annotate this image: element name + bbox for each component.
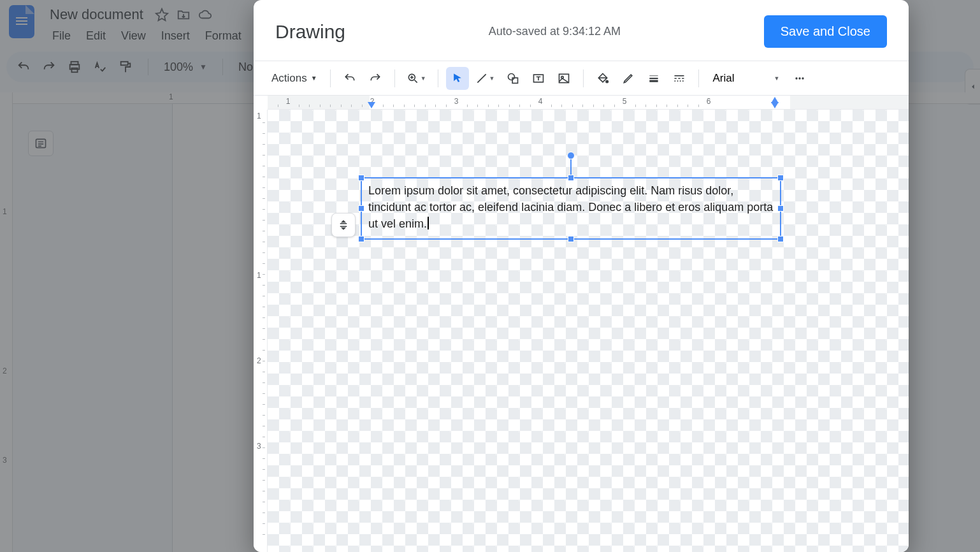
autosave-status: Auto-saved at 9:34:12 AM bbox=[489, 25, 621, 38]
border-weight-icon[interactable] bbox=[642, 67, 665, 90]
svg-point-11 bbox=[606, 80, 608, 82]
ruler-number: 1 bbox=[257, 271, 261, 280]
resize-handle-tm[interactable] bbox=[568, 175, 574, 181]
border-color-icon[interactable] bbox=[617, 67, 640, 90]
drawing-canvas[interactable]: Lorem ipsum dolor sit amet, consectetur … bbox=[268, 110, 909, 552]
resize-handle-mr[interactable] bbox=[777, 205, 784, 212]
zoom-icon[interactable]: ▼ bbox=[403, 67, 430, 90]
svg-point-14 bbox=[802, 77, 804, 79]
actions-menu[interactable]: Actions▼ bbox=[266, 67, 322, 90]
ruler-number: 4 bbox=[538, 97, 543, 106]
drawing-toolbar: Actions▼ ▼ ▼ Arial▼ bbox=[254, 61, 909, 96]
border-dash-icon[interactable] bbox=[668, 67, 691, 90]
ruler-number: 6 bbox=[707, 97, 711, 106]
horizontal-ruler[interactable]: 123456 bbox=[268, 96, 909, 110]
resize-handle-tl[interactable] bbox=[358, 175, 364, 181]
resize-handle-ml[interactable] bbox=[358, 205, 364, 212]
rotation-handle-icon[interactable] bbox=[567, 152, 575, 159]
image-tool-icon[interactable] bbox=[552, 67, 575, 90]
more-options-icon[interactable] bbox=[788, 67, 811, 90]
fill-color-icon[interactable] bbox=[591, 67, 614, 90]
indent-marker-left-icon[interactable] bbox=[368, 102, 375, 108]
ruler-number: 2 bbox=[257, 356, 261, 365]
selected-textbox[interactable]: Lorem ipsum dolor sit amet, consectetur … bbox=[361, 177, 781, 240]
indent-marker-right-bottom-icon[interactable] bbox=[771, 97, 779, 103]
vertical-ruler[interactable]: 1123 bbox=[254, 110, 268, 552]
ruler-number: 1 bbox=[257, 112, 261, 120]
textbox-content[interactable]: Lorem ipsum dolor sit amet, consectetur … bbox=[368, 182, 774, 235]
ruler-number: 3 bbox=[454, 97, 459, 106]
modal-title: Drawing bbox=[275, 21, 345, 43]
resize-handle-bl[interactable] bbox=[358, 236, 364, 242]
font-select[interactable]: Arial▼ bbox=[707, 72, 786, 85]
autofit-button[interactable] bbox=[331, 213, 356, 237]
textbox-tool-icon[interactable] bbox=[527, 67, 550, 90]
save-and-close-button[interactable]: Save and Close bbox=[764, 15, 887, 48]
line-tool-icon[interactable]: ▼ bbox=[472, 67, 499, 90]
svg-rect-7 bbox=[512, 78, 517, 83]
svg-point-13 bbox=[799, 77, 801, 79]
svg-point-12 bbox=[796, 77, 798, 79]
ruler-number: 3 bbox=[257, 442, 261, 451]
drawing-canvas-area: 123456 1123 Lorem ipsum dolor sit amet, … bbox=[254, 96, 909, 552]
svg-point-6 bbox=[508, 73, 514, 80]
resize-handle-tr[interactable] bbox=[777, 175, 784, 181]
drawing-modal: Drawing Auto-saved at 9:34:12 AM Save an… bbox=[254, 0, 909, 552]
ruler-number: 1 bbox=[286, 97, 291, 106]
ruler-number: 5 bbox=[623, 97, 627, 106]
resize-handle-bm[interactable] bbox=[568, 236, 574, 242]
redo-icon[interactable] bbox=[364, 67, 387, 90]
text-cursor bbox=[428, 217, 429, 229]
shape-tool-icon[interactable] bbox=[501, 67, 524, 90]
resize-handle-br[interactable] bbox=[777, 236, 784, 242]
undo-icon[interactable] bbox=[338, 67, 361, 90]
select-tool-icon[interactable] bbox=[446, 67, 469, 90]
